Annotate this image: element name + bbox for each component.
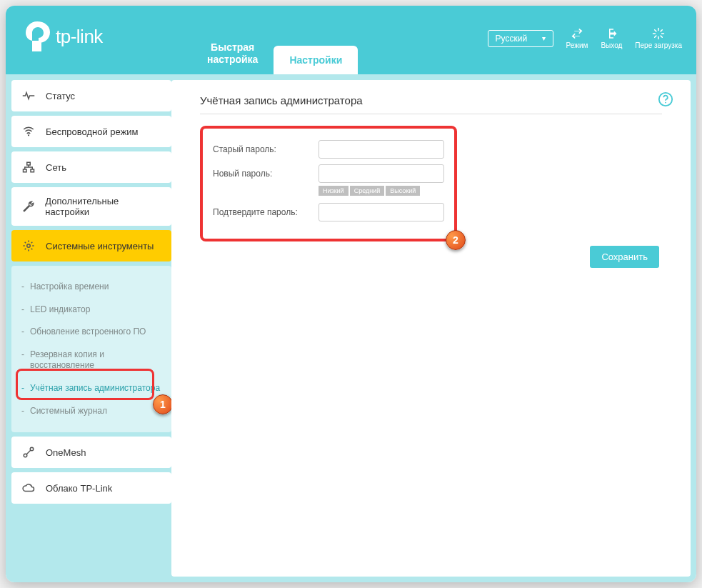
annotation-balloon-2: 2 xyxy=(446,230,466,250)
tabs: Быстрая настройка Настройки xyxy=(191,6,358,74)
main-panel: Учётная запись администратора Старый пар… xyxy=(171,80,691,577)
input-new-password[interactable] xyxy=(319,164,444,183)
nav-status[interactable]: Статус xyxy=(11,80,171,111)
app-window: tp-link Быстрая настройка Настройки Русс… xyxy=(6,6,696,582)
nav-advanced[interactable]: Дополнительные настройки xyxy=(11,187,171,226)
header-actions: Русский ▾ Режим Выход Пере загрузка xyxy=(488,27,682,49)
logout-button[interactable]: Выход xyxy=(601,27,622,49)
svg-point-16 xyxy=(665,102,666,104)
nav-label: Облако TP-Link xyxy=(46,483,112,494)
label-confirm-password: Подтвердите пароль: xyxy=(213,207,319,217)
svg-point-12 xyxy=(27,244,31,248)
admin-password-form: Старый пароль: Новый пароль: Низкий Сред… xyxy=(200,126,457,241)
loading-icon xyxy=(652,27,665,40)
chevron-down-icon: ▾ xyxy=(542,34,546,42)
nav-label: Статус xyxy=(46,91,75,101)
logo-text: tp-link xyxy=(56,26,103,48)
nav-label: Сеть xyxy=(46,162,66,173)
page-title: Учётная запись администратора xyxy=(200,94,662,114)
sidebar: Статус Беспроводной режим Сеть Дополните… xyxy=(6,74,171,582)
nav-label: Дополнительные настройки xyxy=(45,196,161,217)
mode-button[interactable]: Режим xyxy=(566,27,588,49)
nav-label: Беспроводной режим xyxy=(46,126,139,137)
help-icon[interactable] xyxy=(658,91,673,110)
nav-network[interactable]: Сеть xyxy=(11,151,171,183)
save-button[interactable]: Сохранить xyxy=(590,246,659,268)
svg-rect-11 xyxy=(31,169,34,172)
body: Статус Беспроводной режим Сеть Дополните… xyxy=(6,74,696,582)
svg-line-6 xyxy=(655,36,656,37)
language-select[interactable]: Русский ▾ xyxy=(488,30,553,47)
sub-led[interactable]: LED индикатор xyxy=(11,299,171,322)
tplink-logo-icon xyxy=(26,21,53,51)
svg-rect-9 xyxy=(27,162,31,165)
tab-settings[interactable]: Настройки xyxy=(274,46,358,74)
svg-point-8 xyxy=(28,134,29,136)
svg-line-3 xyxy=(661,36,662,37)
tab-quick-setup[interactable]: Быстрая настройка xyxy=(191,33,274,74)
strength-mid: Средний xyxy=(350,186,385,196)
logout-icon xyxy=(605,27,618,40)
nav-system-tools[interactable]: Системные инструменты xyxy=(11,230,171,261)
svg-line-7 xyxy=(661,30,662,31)
logo: tp-link xyxy=(26,21,103,51)
sub-firmware[interactable]: Обновление встроенного ПО xyxy=(11,321,171,344)
svg-rect-10 xyxy=(24,169,27,172)
sub-nav: Настройка времени LED индикатор Обновлен… xyxy=(11,266,171,432)
nav-cloud[interactable]: Облако TP-Link xyxy=(11,472,171,504)
reboot-button[interactable]: Пере загрузка xyxy=(635,27,682,49)
nav-label: Системные инструменты xyxy=(46,241,154,251)
wifi-icon xyxy=(21,126,36,137)
label-old-password: Старый пароль: xyxy=(213,144,319,154)
sub-admin-account[interactable]: Учётная запись администратора xyxy=(11,377,171,400)
pulse-icon xyxy=(21,91,36,101)
sub-time[interactable]: Настройка времени xyxy=(11,276,171,299)
password-strength-meter: Низкий Средний Высокий xyxy=(319,186,444,196)
input-confirm-password[interactable] xyxy=(319,203,444,221)
input-old-password[interactable] xyxy=(319,140,444,159)
annotation-balloon-1: 1 xyxy=(153,394,171,414)
strength-high: Высокий xyxy=(386,186,420,196)
nav-onemesh[interactable]: OneMesh xyxy=(11,437,171,468)
nav-wireless[interactable]: Беспроводной режим xyxy=(11,116,171,147)
network-icon xyxy=(21,161,36,173)
swap-icon xyxy=(571,27,583,40)
header: tp-link Быстрая настройка Настройки Русс… xyxy=(6,6,696,74)
sub-syslog[interactable]: Системный журнал xyxy=(11,400,171,423)
cloud-icon xyxy=(21,483,36,493)
wrench-icon xyxy=(21,200,35,213)
strength-low: Низкий xyxy=(319,186,349,196)
nav-label: OneMesh xyxy=(46,447,86,458)
onemesh-icon xyxy=(21,446,36,459)
language-label: Русский xyxy=(496,34,528,44)
svg-line-2 xyxy=(655,30,656,31)
sub-backup[interactable]: Резервная копия и восстановление xyxy=(11,344,171,377)
gear-icon xyxy=(21,239,36,252)
label-new-password: Новый пароль: xyxy=(213,169,319,179)
